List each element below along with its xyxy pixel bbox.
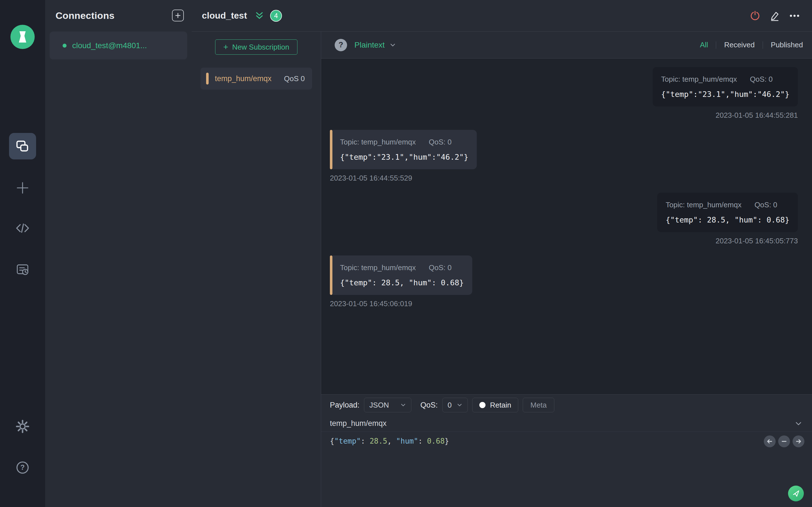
minus-icon <box>780 438 788 445</box>
messages-panel: ? Plaintext All Received Published <box>321 32 812 507</box>
sidebar-item-log[interactable] <box>12 260 33 280</box>
more-options-button[interactable] <box>788 10 801 22</box>
mqttx-logo-icon <box>11 25 35 49</box>
message-filters: All Received Published <box>700 41 803 49</box>
connections-header: Connections <box>45 0 192 21</box>
message-timestamp: 2023-01-05 16:45:05:773 <box>716 237 798 245</box>
message-topic: Topic: temp_hum/emqx <box>340 263 416 272</box>
connections-icon <box>15 138 30 154</box>
connections-title: Connections <box>56 10 114 21</box>
sidebar-item-help[interactable]: ? <box>12 457 33 478</box>
qos-value: 0 <box>448 401 452 409</box>
message-payload: {"temp":"23.1","hum":"46.2"} <box>340 153 468 161</box>
help-icon: ? <box>15 460 30 474</box>
app-sidebar: ? <box>0 0 45 507</box>
message[interactable]: Topic: temp_hum/emqx QoS: 0 {"temp":"23.… <box>330 67 798 120</box>
retain-label: Retain <box>490 401 511 409</box>
publish-topic-row: temp_hum/emqx <box>321 415 812 432</box>
mqttx-app: { "colors": { "green": "#3cc08a", "tan":… <box>0 0 812 507</box>
payload-code-line: {"temp": 28.5, "hum": 0.68} <box>330 436 812 446</box>
message[interactable]: Topic: temp_hum/emqx QoS: 0 {"temp": 28.… <box>330 193 798 245</box>
message-payload: {"temp": 28.5, "hum": 0.68} <box>340 278 464 287</box>
send-icon <box>792 489 801 498</box>
message-format-select[interactable]: Plaintext <box>354 41 396 50</box>
ellipsis-icon <box>789 10 800 21</box>
message-qos: QoS: 0 <box>429 138 452 147</box>
subscription-count-badge: 4 <box>270 10 282 22</box>
subscription-color-marker <box>206 73 209 84</box>
chevron-down-icon <box>457 402 462 408</box>
add-connection-button[interactable] <box>172 10 184 21</box>
power-icon <box>750 10 760 21</box>
format-help-icon[interactable]: ? <box>335 39 347 51</box>
publish-panel: Payload: JSON QoS: 0 <box>321 394 812 507</box>
message-bubble: Topic: temp_hum/emqx QoS: 0 {"temp": 28.… <box>657 193 798 232</box>
filter-all[interactable]: All <box>700 41 708 49</box>
message-timestamp: 2023-01-05 16:44:55:529 <box>330 174 412 182</box>
filter-divider <box>763 41 763 49</box>
subscriptions-panel: + New Subscription temp_hum/emqx QoS 0 <box>192 32 321 507</box>
qos-select[interactable]: 0 <box>442 398 468 412</box>
publish-topic-input[interactable]: temp_hum/emqx <box>330 419 387 428</box>
edit-connection-button[interactable] <box>769 10 781 22</box>
message-list: Topic: temp_hum/emqx QoS: 0 {"temp":"23.… <box>321 59 812 394</box>
sidebar-item-connections[interactable] <box>9 133 36 159</box>
connection-name: cloud_test@m4801... <box>72 41 147 50</box>
retain-toggle[interactable]: Retain <box>472 398 518 412</box>
gear-icon <box>15 419 30 434</box>
page-title: cloud_test <box>202 10 247 21</box>
sidebar-item-scripts[interactable] <box>12 218 33 238</box>
message-payload: {"temp": 28.5, "hum": 0.68} <box>666 216 790 224</box>
clear-message-button[interactable] <box>778 436 790 447</box>
payload-editor[interactable]: {"temp": 28.5, "hum": 0.68} <box>321 432 812 507</box>
filter-published[interactable]: Published <box>771 41 803 49</box>
new-subscription-label: New Subscription <box>232 43 289 52</box>
double-chevron-down-icon[interactable] <box>254 11 264 20</box>
pencil-icon <box>769 10 780 21</box>
payload-type-select[interactable]: JSON <box>364 398 411 412</box>
disconnect-button[interactable] <box>749 10 761 22</box>
collapse-publish-icon[interactable] <box>795 420 802 427</box>
messages-toolbar: ? Plaintext All Received Published <box>321 32 812 59</box>
sidebar-item-new-connection[interactable] <box>12 178 33 198</box>
message-topic: Topic: temp_hum/emqx <box>666 201 742 209</box>
code-icon <box>15 221 30 235</box>
message-qos: QoS: 0 <box>750 75 773 83</box>
new-subscription-button[interactable]: + New Subscription <box>215 40 297 55</box>
message-qos: QoS: 0 <box>755 201 777 209</box>
content-region: + New Subscription temp_hum/emqx QoS 0 ?… <box>192 32 812 507</box>
filter-received[interactable]: Received <box>724 41 755 49</box>
arrow-right-icon <box>795 438 802 445</box>
connection-item[interactable]: cloud_test@m4801... <box>50 32 187 59</box>
sidebar-item-settings[interactable] <box>12 416 33 437</box>
message-bubble: Topic: temp_hum/emqx QoS: 0 {"temp":"23.… <box>330 130 477 169</box>
filter-divider <box>716 41 716 49</box>
message-format-value: Plaintext <box>354 41 385 50</box>
prev-message-button[interactable] <box>764 436 776 447</box>
message-qos: QoS: 0 <box>429 263 452 272</box>
retain-dot-icon <box>479 402 486 408</box>
log-icon <box>15 263 30 277</box>
arrow-left-icon <box>766 438 773 445</box>
connections-panel: Connections cloud_test@m4801... <box>45 0 192 507</box>
subscription-item[interactable]: temp_hum/emqx QoS 0 <box>200 68 312 90</box>
message-bubble: Topic: temp_hum/emqx QoS: 0 {"temp": 28.… <box>330 256 472 295</box>
message-timestamp: 2023-01-05 16:44:55:281 <box>716 111 798 120</box>
svg-text:?: ? <box>20 463 24 471</box>
chevron-down-icon <box>400 402 406 408</box>
message-timestamp: 2023-01-05 16:45:06:019 <box>330 299 412 308</box>
subscription-qos: QoS 0 <box>284 74 305 83</box>
next-message-button[interactable] <box>793 436 804 447</box>
mqttx-logo[interactable] <box>10 25 35 49</box>
meta-button[interactable]: Meta <box>523 398 554 412</box>
plus-icon <box>15 181 30 195</box>
publish-toolbar: Payload: JSON QoS: 0 <box>321 395 812 415</box>
message-meta: Topic: temp_hum/emqx QoS: 0 <box>340 138 468 147</box>
message[interactable]: Topic: temp_hum/emqx QoS: 0 {"temp":"23.… <box>330 130 798 182</box>
subscription-topic: temp_hum/emqx <box>215 74 271 83</box>
connection-status-dot <box>63 44 66 48</box>
main-region: cloud_test 4 <box>192 0 812 507</box>
message[interactable]: Topic: temp_hum/emqx QoS: 0 {"temp": 28.… <box>330 256 798 308</box>
send-button[interactable] <box>788 486 804 501</box>
message-topic: Topic: temp_hum/emqx <box>661 75 737 83</box>
